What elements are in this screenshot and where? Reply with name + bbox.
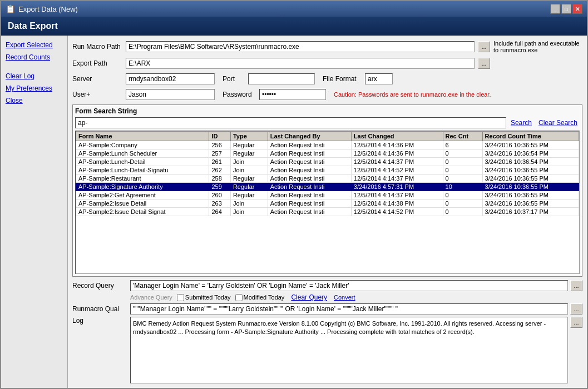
export-path-browse-button[interactable]: ... xyxy=(478,58,490,69)
run-macro-path-label: Run Macro Path xyxy=(72,43,122,51)
sidebar-item-clear-log[interactable]: Clear Log xyxy=(3,71,65,81)
export-path-input[interactable] xyxy=(126,58,475,69)
table-cell-1: 256 xyxy=(209,141,230,149)
record-query-browse-button[interactable]: ... xyxy=(570,280,582,291)
table-cell-2: Join xyxy=(230,166,268,174)
table-cell-1: 261 xyxy=(209,158,230,166)
run-macro-path-input[interactable] xyxy=(126,41,475,52)
user-input[interactable] xyxy=(126,89,215,100)
table-cell-3: Action Request Insti xyxy=(268,208,351,216)
file-format-input[interactable] xyxy=(365,73,393,84)
content-area: Run Macro Path ... Include full path and… xyxy=(68,36,587,388)
table-cell-3: Action Request Insti xyxy=(268,174,351,183)
modified-today-label: Modified Today xyxy=(244,294,285,301)
log-browse-button[interactable]: ... xyxy=(570,317,582,328)
table-cell-4: 12/5/2014 4:14:38 PM xyxy=(351,200,443,208)
header-title: Data Export xyxy=(8,21,58,31)
table-cell-6: 3/24/2016 10:36:54 PM xyxy=(482,149,579,158)
sidebar-item-my-preferences[interactable]: My Preferences xyxy=(3,83,65,93)
record-query-row: Record Query ... xyxy=(72,280,582,291)
table-cell-5: 0 xyxy=(443,158,482,166)
advance-query-label: Advance Query xyxy=(130,294,172,301)
server-label: Server xyxy=(72,75,122,83)
restore-button[interactable]: □ xyxy=(561,4,571,14)
log-container: BMC Remedy Action Request System Runmacr… xyxy=(130,317,568,383)
clear-search-button[interactable]: Clear Search xyxy=(536,119,580,127)
user-row: User+ Password Caution: Passwords are se… xyxy=(72,89,582,100)
col-type: Type xyxy=(230,132,268,141)
form-search-container: Form Search String Search Clear Search F… xyxy=(72,104,582,277)
table-cell-0: AP-Sample:Lunch Scheduler xyxy=(76,149,209,158)
search-row: Search Clear Search xyxy=(75,117,580,128)
search-button[interactable]: Search xyxy=(508,119,534,127)
submitted-today-checkbox-label[interactable]: Submitted Today xyxy=(177,294,231,301)
log-row: Log BMC Remedy Action Request System Run… xyxy=(72,317,582,383)
table-cell-1: 262 xyxy=(209,166,230,174)
table-row[interactable]: AP-Sample2:Get Agreement260RegularAction… xyxy=(76,191,579,200)
port-input[interactable] xyxy=(248,73,315,84)
convert-button[interactable]: Convert xyxy=(334,294,355,301)
run-macro-browse-button[interactable]: ... xyxy=(478,41,490,52)
table-cell-2: Regular xyxy=(230,174,268,183)
table-cell-5: 10 xyxy=(443,183,482,191)
table-cell-2: Regular xyxy=(230,191,268,200)
bottom-section: Record Query ... Advance Query Submitted… xyxy=(72,280,582,383)
close-button[interactable]: ✕ xyxy=(572,4,582,14)
table-cell-4: 3/24/2016 4:57:31 PM xyxy=(351,183,443,191)
table-cell-4: 12/5/2014 4:14:37 PM xyxy=(351,158,443,166)
table-cell-5: 0 xyxy=(443,149,482,158)
clear-query-button[interactable]: Clear Query xyxy=(289,293,329,301)
header-bar: Data Export xyxy=(1,17,587,36)
submitted-today-checkbox[interactable] xyxy=(177,294,184,301)
table-row[interactable]: AP-Sample:Lunch-Detail261JoinAction Requ… xyxy=(76,158,579,166)
table-cell-3: Action Request Insti xyxy=(268,183,351,191)
table-cell-3: Action Request Insti xyxy=(268,141,351,149)
modified-today-checkbox-label[interactable]: Modified Today xyxy=(235,294,285,301)
table-cell-6: 3/24/2016 10:36:55 PM xyxy=(482,200,579,208)
table-cell-0: AP-Sample:Restaurant xyxy=(76,174,209,183)
minimize-button[interactable]: _ xyxy=(550,4,560,14)
table-cell-4: 12/5/2014 4:14:36 PM xyxy=(351,141,443,149)
table-row[interactable]: AP-Sample:Lunch Scheduler257RegularActio… xyxy=(76,149,579,158)
table-row[interactable]: AP-Sample:Lunch-Detail-Signatu262JoinAct… xyxy=(76,166,579,174)
table-cell-4: 12/5/2014 4:14:36 PM xyxy=(351,149,443,158)
table-cell-4: 12/5/2014 4:14:37 PM xyxy=(351,174,443,183)
table-row[interactable]: AP-Sample2:Issue Detail263JoinAction Req… xyxy=(76,200,579,208)
sidebar-item-export-selected[interactable]: Export Selected xyxy=(3,40,65,50)
runmacro-qual-input[interactable] xyxy=(130,303,568,315)
table-cell-3: Action Request Insti xyxy=(268,191,351,200)
main-content: Export Selected Record Counts Clear Log … xyxy=(1,36,587,388)
col-last-changed: Last Changed xyxy=(351,132,443,141)
record-query-label: Record Query xyxy=(72,282,128,290)
sidebar-item-close[interactable]: Close xyxy=(3,96,65,106)
table-cell-6: 3/24/2016 10:37:17 PM xyxy=(482,208,579,216)
record-query-input[interactable] xyxy=(130,280,568,291)
table-cell-0: AP-Sample2:Issue Detail Signat xyxy=(76,208,209,216)
table-row[interactable]: AP-Sample2:Issue Detail Signat264JoinAct… xyxy=(76,208,579,216)
sidebar-item-record-counts[interactable]: Record Counts xyxy=(3,52,65,62)
table-cell-2: Regular xyxy=(230,149,268,158)
modified-today-checkbox[interactable] xyxy=(235,294,243,301)
submitted-today-label: Submitted Today xyxy=(185,294,231,301)
search-input[interactable] xyxy=(75,117,506,128)
server-input[interactable] xyxy=(126,73,215,84)
table-cell-2: Join xyxy=(230,200,268,208)
runmacro-qual-browse-button[interactable]: ... xyxy=(570,303,582,315)
table-cell-4: 12/5/2014 4:14:52 PM xyxy=(351,208,443,216)
table-cell-2: Regular xyxy=(230,183,268,191)
caution-text: Caution: Passwords are sent to runmacro.… xyxy=(334,91,491,98)
table-cell-1: 257 xyxy=(209,149,230,158)
table-cell-5: 0 xyxy=(443,166,482,174)
table-row[interactable]: AP-Sample:Signature Authority259RegularA… xyxy=(76,183,579,191)
table-row[interactable]: AP-Sample:Restaurant258RegularAction Req… xyxy=(76,174,579,183)
form-table: Form Name ID Type Last Changed By Last C… xyxy=(76,131,579,216)
password-label: Password xyxy=(223,91,256,98)
password-input[interactable] xyxy=(259,89,326,100)
title-bar-left: 📋 Export Data (New) xyxy=(6,4,78,13)
table-cell-6: 3/24/2016 10:36:55 PM xyxy=(482,166,579,174)
table-cell-6: 3/24/2016 10:36:55 PM xyxy=(482,183,579,191)
table-row[interactable]: AP-Sample:Company256RegularAction Reques… xyxy=(76,141,579,149)
export-path-label: Export Path xyxy=(72,59,122,67)
runmacro-qual-label: Runmacro Qual xyxy=(72,305,128,313)
table-cell-5: 6 xyxy=(443,141,482,149)
